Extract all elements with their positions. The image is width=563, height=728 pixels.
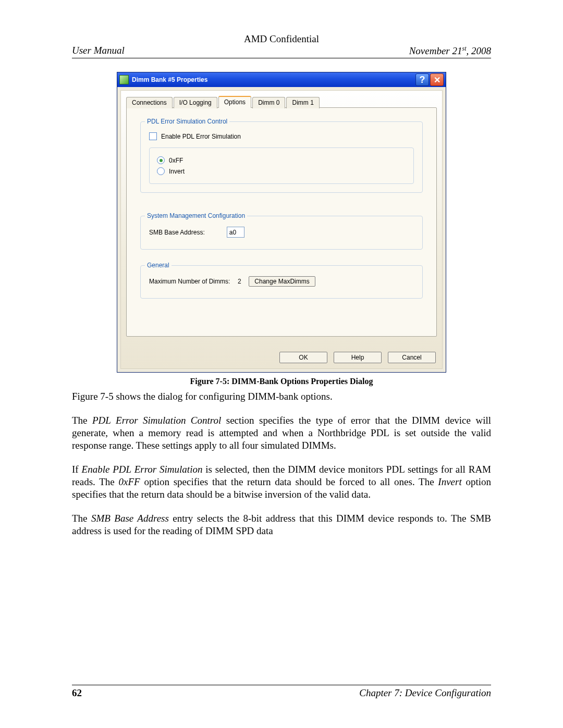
document-page: AMD Confidential User Manual November 21… xyxy=(0,0,563,728)
radio-icon[interactable] xyxy=(157,156,165,164)
app-icon xyxy=(119,75,129,84)
figure-caption: Figure 7-5: DIMM-Bank Options Properties… xyxy=(72,377,491,386)
header-left: User Manual xyxy=(72,45,125,57)
tab-dimm0[interactable]: Dimm 0 xyxy=(252,97,285,108)
tab-strip: Connections I/O Logging Options Dimm 0 D… xyxy=(126,96,437,108)
tab-dimm1[interactable]: Dimm 1 xyxy=(286,97,319,108)
p3-text: If xyxy=(72,464,82,475)
chapter-label: Chapter 7: Device Configuration xyxy=(359,687,491,699)
page-header: User Manual November 21st, 2008 xyxy=(72,45,491,58)
page-number: 62 xyxy=(72,687,82,699)
dialog-button-row: OK Help Cancel xyxy=(126,350,437,363)
pdl-radio-group: 0xFF Invert xyxy=(149,147,414,184)
radio-0xff-label: 0xFF xyxy=(169,157,183,164)
max-dimms-label: Maximum Number of Dimms: xyxy=(149,278,230,285)
p2-term: PDL Error Simulation Control xyxy=(92,415,221,426)
date-ordinal: st xyxy=(462,45,466,52)
date-prefix: November 21 xyxy=(409,45,462,56)
group-pdl-error: PDL Error Simulation Control Enable PDL … xyxy=(140,121,423,193)
p2-text: The xyxy=(72,415,92,426)
dialog-title: Dimm Bank #5 Properties xyxy=(132,76,207,83)
p4-text: The xyxy=(72,513,91,524)
paragraph-3: If Enable PDL Error Simulation is select… xyxy=(72,463,491,501)
max-dimms-value: 2 xyxy=(234,278,244,285)
properties-dialog: Dimm Bank #5 Properties ? ✕ Connections … xyxy=(117,72,446,373)
p3-term3: Invert xyxy=(438,476,461,487)
date-suffix: , 2008 xyxy=(467,45,492,56)
p3-term2: 0xFF xyxy=(119,476,140,487)
group-smb: System Management Configuration SMB Base… xyxy=(140,216,423,250)
close-icon[interactable]: ✕ xyxy=(430,73,444,86)
p4-term: SMB Base Address xyxy=(91,513,169,524)
group-pdl-title: PDL Error Simulation Control xyxy=(145,118,229,125)
dialog-titlebar[interactable]: Dimm Bank #5 Properties ? ✕ xyxy=(117,72,446,87)
group-general: General Maximum Number of Dimms: 2 Chang… xyxy=(140,265,423,299)
tab-io-logging[interactable]: I/O Logging xyxy=(174,97,217,108)
radio-invert[interactable]: Invert xyxy=(157,167,406,175)
ok-button[interactable]: OK xyxy=(279,352,327,363)
enable-pdl-checkbox[interactable]: Enable PDL Error Simulation xyxy=(149,132,414,140)
group-smb-title: System Management Configuration xyxy=(145,212,247,219)
help-icon[interactable]: ? xyxy=(415,73,429,86)
header-date: November 21st, 2008 xyxy=(409,45,491,57)
enable-pdl-label: Enable PDL Error Simulation xyxy=(161,133,241,140)
paragraph-4: The SMB Base Address entry selects the 8… xyxy=(72,512,491,537)
tab-connections[interactable]: Connections xyxy=(126,97,173,108)
paragraph-1: Figure 7-5 shows the dialog for configur… xyxy=(72,390,491,403)
paragraph-2: The PDL Error Simulation Control section… xyxy=(72,414,491,452)
smb-address-input[interactable]: a0 xyxy=(227,227,244,238)
dialog-body: Connections I/O Logging Options Dimm 0 D… xyxy=(120,90,443,369)
checkbox-icon[interactable] xyxy=(149,132,157,140)
p3-term1: Enable PDL Error Simulation xyxy=(82,464,203,475)
group-general-title: General xyxy=(145,262,172,269)
radio-icon[interactable] xyxy=(157,167,165,175)
tab-panel-options: PDL Error Simulation Control Enable PDL … xyxy=(126,107,437,337)
cancel-button[interactable]: Cancel xyxy=(388,352,436,363)
change-maxdimms-button[interactable]: Change MaxDimms xyxy=(249,276,315,287)
p3-text3: option specifies that the return data sh… xyxy=(140,476,438,487)
help-button[interactable]: Help xyxy=(334,352,382,363)
tab-options[interactable]: Options xyxy=(218,96,251,108)
radio-0xff[interactable]: 0xFF xyxy=(157,156,406,164)
smb-label: SMB Base Address: xyxy=(149,229,205,236)
radio-invert-label: Invert xyxy=(169,168,185,175)
page-footer: 62 Chapter 7: Device Configuration xyxy=(72,685,491,699)
classification: AMD Confidential xyxy=(72,33,491,45)
